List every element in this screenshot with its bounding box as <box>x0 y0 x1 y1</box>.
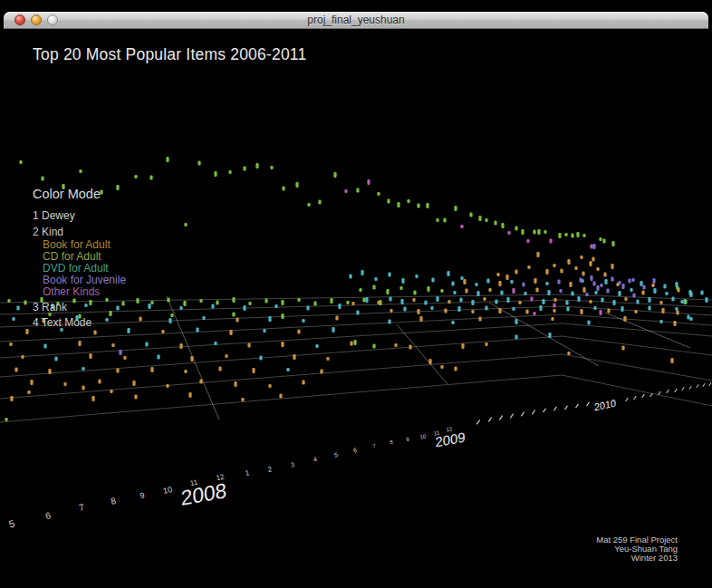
data-point <box>397 202 399 207</box>
data-point <box>105 318 108 322</box>
data-point <box>401 278 404 284</box>
data-point <box>306 306 309 311</box>
data-point <box>332 327 334 333</box>
data-point <box>663 284 666 289</box>
data-point <box>607 309 610 313</box>
data-point <box>673 321 676 326</box>
data-point <box>623 316 626 322</box>
data-point <box>589 261 592 266</box>
data-point <box>453 291 456 294</box>
window-titlebar[interactable]: proj_final_yeushuan <box>4 12 708 29</box>
data-point <box>282 187 284 191</box>
axis-dash-tick <box>688 386 691 390</box>
data-point <box>394 343 397 347</box>
data-point <box>665 292 668 295</box>
axis-dash-tick <box>521 411 524 416</box>
data-point <box>359 288 361 292</box>
axis-dash-tick <box>543 408 546 412</box>
data-point <box>451 282 454 286</box>
data-point <box>498 281 501 286</box>
data-point <box>465 289 467 294</box>
data-point <box>582 234 585 237</box>
data-point <box>145 342 148 347</box>
data-point <box>170 313 173 317</box>
data-point <box>415 275 418 278</box>
data-point <box>214 342 216 345</box>
data-point <box>582 287 585 293</box>
data-point <box>346 301 349 304</box>
data-point <box>500 291 503 295</box>
data-point <box>281 313 284 319</box>
axis-dash-tick <box>575 404 579 409</box>
data-point <box>63 382 66 386</box>
data-point <box>12 317 14 321</box>
data-point <box>297 330 300 334</box>
kind-book-for-juvenile: Book for Juvenile <box>43 274 126 286</box>
data-point <box>525 310 528 314</box>
data-point <box>184 223 187 227</box>
data-point <box>536 252 539 257</box>
data-point <box>485 218 487 222</box>
data-point <box>599 310 601 315</box>
data-point <box>232 313 235 317</box>
data-point <box>286 368 289 371</box>
data-point <box>515 335 517 340</box>
data-point <box>281 300 284 305</box>
data-point <box>611 277 613 282</box>
data-point <box>132 381 135 386</box>
mode-1-dewey: 1 Dewey <box>33 209 75 222</box>
grid-cross-line <box>605 313 690 348</box>
data-point <box>454 367 457 371</box>
data-point <box>461 343 464 349</box>
data-point <box>14 368 17 372</box>
data-point <box>545 282 548 285</box>
data-point <box>592 244 595 249</box>
data-point <box>41 177 43 181</box>
data-point <box>30 380 33 385</box>
data-point <box>72 299 75 304</box>
data-point <box>247 343 250 348</box>
data-point <box>356 311 359 315</box>
data-point <box>234 381 236 387</box>
data-point <box>82 367 84 371</box>
data-point <box>501 223 504 228</box>
data-point <box>515 270 517 275</box>
kind-book-for-adult: Book for Adult <box>43 238 111 251</box>
data-point <box>548 333 551 338</box>
data-point <box>565 301 568 305</box>
axis-dash-tick <box>564 405 568 410</box>
data-point <box>641 291 644 295</box>
data-point <box>518 301 521 304</box>
sketch-canvas[interactable]: Top 20 Most Popular Items 2006-2011 Colo… <box>0 28 712 588</box>
data-point <box>255 163 258 169</box>
data-point <box>553 298 556 302</box>
data-point <box>386 289 389 294</box>
data-point <box>447 271 449 276</box>
data-point <box>7 299 10 303</box>
data-point <box>241 398 244 401</box>
data-point <box>431 278 434 283</box>
data-point <box>372 344 375 349</box>
axis-dash-tick <box>488 417 492 422</box>
mode-4-text-mode: 4 Text Mode <box>33 316 91 329</box>
data-point <box>537 229 540 235</box>
app-window: Top 20 Most Popular Items 2006-2011 Colo… <box>0 0 712 588</box>
data-point <box>10 396 13 401</box>
data-point <box>634 310 637 313</box>
data-point <box>48 369 51 374</box>
data-point <box>636 300 639 304</box>
grid-line <box>0 306 712 327</box>
data-point <box>263 329 265 333</box>
data-point <box>488 288 491 292</box>
data-point <box>551 317 553 321</box>
data-point <box>232 297 235 303</box>
data-point <box>590 245 592 249</box>
data-point <box>5 418 7 421</box>
data-point <box>585 293 588 296</box>
data-point <box>603 273 606 277</box>
data-point <box>274 304 277 308</box>
data-point <box>16 306 19 311</box>
data-point <box>460 276 463 280</box>
data-point <box>469 213 472 217</box>
scatter-plot <box>0 28 712 588</box>
